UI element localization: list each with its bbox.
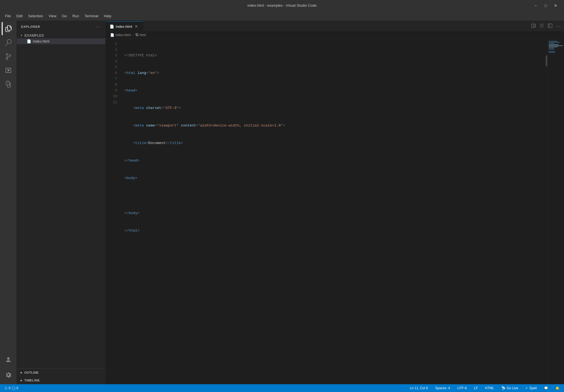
file-name: index.html — [33, 39, 49, 43]
breadcrumb-symbol[interactable]: 🏗 html — [135, 33, 146, 37]
menu-run[interactable]: Run — [70, 13, 82, 19]
tab-file-icon: 📄 — [110, 24, 114, 29]
status-right: Ln 11, Col 8 Spaces: 4 UTF-8 LF HTML 📡 G… — [408, 386, 561, 391]
activity-source-control[interactable] — [2, 50, 15, 63]
tab-bar: 📄 index.html ✕ — [106, 21, 564, 31]
svg-rect-0 — [548, 24, 552, 28]
error-icon: ⚠ — [4, 386, 8, 390]
status-language[interactable]: HTML — [483, 386, 496, 391]
activity-bar — [0, 21, 17, 384]
menu-file[interactable]: File — [2, 13, 14, 19]
line-numbers: 1 2 3 4 5 6 7 8 9 10 11 — [106, 39, 121, 384]
spaces-text: Spaces: 4 — [435, 386, 450, 390]
main-layout: Explorer ⋯ ▼ EXAMPLES 📄 index.html ► OUT… — [0, 21, 564, 384]
menu-edit[interactable]: Edit — [14, 13, 25, 19]
broadcast-icon: 📡 — [501, 386, 506, 390]
status-left: ⚠ 0 ◯ 0 — [3, 386, 20, 391]
bell-icon: 🔔 — [555, 386, 560, 390]
status-spell[interactable]: ✓ Spell — [524, 386, 538, 391]
breadcrumb-filename: index.html — [115, 33, 131, 37]
outline-header[interactable]: ► OUTLINE — [17, 370, 105, 375]
tree-file-index-html[interactable]: 📄 index.html — [17, 38, 105, 44]
tab-index-html[interactable]: 📄 index.html ✕ — [106, 21, 143, 31]
timeline-label: TIMELINE — [24, 379, 40, 382]
line-ending-text: LF — [474, 386, 478, 390]
scrollbar-thumb[interactable] — [546, 55, 547, 66]
editor-area: 📄 index.html ✕ — [106, 21, 564, 384]
more-actions-button[interactable]: ⋯ — [555, 23, 562, 29]
breadcrumb-file[interactable]: 📄 index.html — [110, 33, 131, 37]
status-errors[interactable]: ⚠ 0 ◯ 0 — [3, 386, 20, 391]
timeline-chevron-icon: ► — [20, 379, 23, 382]
tree-folder-examples[interactable]: ▼ EXAMPLES — [17, 33, 105, 38]
folder-chevron-icon: ▼ — [20, 34, 23, 37]
status-encoding[interactable]: UTF-8 — [455, 386, 468, 391]
language-text: HTML — [485, 386, 494, 390]
timeline-header[interactable]: ► TIMELINE — [17, 378, 105, 383]
sidebar-actions: ⋯ — [95, 24, 101, 30]
menu-help[interactable]: Help — [101, 13, 114, 19]
breadcrumb: 📄 index.html › 🏗 html — [106, 31, 564, 39]
menu-go[interactable]: Go — [59, 13, 70, 19]
sidebar-header: Explorer ⋯ — [17, 21, 105, 32]
tab-bar-actions: ⋯ — [530, 23, 562, 29]
sidebar-title: Explorer — [21, 25, 40, 28]
position-text: Ln 11, Col 8 — [410, 386, 428, 390]
encoding-text: UTF-8 — [457, 386, 467, 390]
menu-view[interactable]: View — [46, 13, 59, 19]
tab-close-button[interactable]: ✕ — [134, 24, 139, 29]
sidebar-toggle-button[interactable] — [546, 23, 554, 29]
minimize-button[interactable]: − — [532, 2, 540, 9]
activity-run[interactable] — [2, 64, 15, 77]
minimap-content — [548, 39, 564, 55]
code-editor: 1 2 3 4 5 6 7 8 9 10 11 <!DOCTYPE html> … — [106, 39, 564, 384]
activity-account[interactable] — [2, 353, 15, 366]
activity-search[interactable] — [2, 36, 15, 49]
feedback-icon: 💬 — [544, 386, 548, 390]
activity-extensions[interactable] — [2, 78, 15, 91]
outline-label: OUTLINE — [24, 371, 39, 374]
status-go-live[interactable]: 📡 Go Live — [500, 386, 520, 391]
error-count: 0 — [9, 386, 11, 390]
status-line-ending[interactable]: LF — [472, 386, 479, 391]
timeline-panel: ► TIMELINE — [17, 376, 105, 384]
activity-explorer[interactable] — [2, 22, 15, 35]
file-tree: ▼ EXAMPLES 📄 index.html — [17, 32, 105, 45]
checkmark-icon: ✓ — [525, 386, 528, 390]
scrollbar[interactable] — [543, 39, 547, 384]
outline-panel: ► OUTLINE — [17, 369, 105, 376]
warning-count: 0 — [16, 386, 18, 390]
menu-bar: File Edit Selection View Go Run Terminal… — [0, 11, 564, 21]
title-bar: index.html - examples - Visual Studio Co… — [0, 0, 564, 11]
status-position[interactable]: Ln 11, Col 8 — [408, 386, 430, 391]
breadcrumb-symbol-name: html — [140, 33, 146, 37]
breadcrumb-separator: › — [132, 33, 134, 37]
breadcrumb-symbol-icon: 🏗 — [135, 33, 139, 37]
html-file-icon: 📄 — [27, 39, 31, 43]
sidebar-bottom-panels: ► OUTLINE ► TIMELINE — [17, 368, 105, 384]
go-live-text: Go Live — [507, 386, 518, 390]
window-title: index.html - examples - Visual Studio Co… — [247, 3, 316, 8]
breadcrumb-file-icon: 📄 — [110, 33, 114, 37]
activity-settings[interactable] — [2, 368, 15, 381]
tab-filename: index.html — [116, 24, 132, 29]
menu-terminal[interactable]: Terminal — [82, 13, 101, 19]
status-spaces[interactable]: Spaces: 4 — [434, 386, 452, 391]
status-bar: ⚠ 0 ◯ 0 Ln 11, Col 8 Spaces: 4 UTF-8 LF … — [0, 384, 564, 392]
maximize-button[interactable]: □ — [542, 2, 550, 9]
minimap[interactable] — [547, 39, 564, 384]
editor-layout-button[interactable] — [538, 23, 545, 29]
code-content[interactable]: <!DOCTYPE html> <html lang="en"> <head> … — [121, 39, 547, 384]
menu-selection[interactable]: Selection — [25, 13, 46, 19]
activity-bar-bottom — [2, 353, 15, 382]
spell-text: Spell — [529, 386, 537, 390]
close-button[interactable]: ✕ — [552, 2, 560, 9]
sidebar-more-button[interactable]: ⋯ — [95, 24, 101, 30]
split-editor-button[interactable] — [530, 23, 537, 29]
outline-chevron-icon: ► — [20, 371, 23, 374]
sidebar: Explorer ⋯ ▼ EXAMPLES 📄 index.html ► OUT… — [17, 21, 106, 384]
window-controls: − □ ✕ — [532, 2, 560, 9]
status-notifications[interactable]: 🔔 — [554, 386, 561, 391]
status-feedback[interactable]: 💬 — [542, 386, 550, 391]
folder-name: EXAMPLES — [24, 33, 44, 38]
